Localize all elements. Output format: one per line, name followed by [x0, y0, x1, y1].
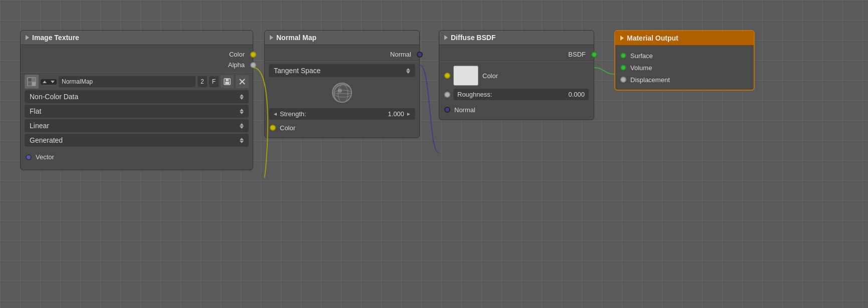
- normal-input-label: Normal: [454, 106, 475, 114]
- svg-rect-4: [32, 82, 36, 86]
- svg-rect-1: [28, 78, 32, 82]
- color-input-label: Color: [280, 124, 295, 132]
- image-texture-title: Image Texture: [32, 34, 79, 42]
- material-output-body: Surface Volume Displacement: [615, 46, 754, 90]
- normal-map-header: Normal Map: [265, 31, 419, 45]
- tangent-space-label: Tangent Space: [274, 67, 320, 75]
- non-color-data-dropdown[interactable]: Non-Color Data: [25, 90, 249, 103]
- image-texture-header: Image Texture: [21, 31, 253, 45]
- roughness-label: Roughness:: [457, 91, 492, 98]
- diffuse-bsdf-title: Diffuse BSDF: [451, 34, 495, 42]
- color-output-socket[interactable]: [250, 52, 256, 58]
- color-output-row: Color: [21, 49, 253, 60]
- svg-rect-2: [32, 78, 36, 82]
- displacement-socket[interactable]: [620, 77, 626, 83]
- diffuse-bsdf-node: Diffuse BSDF BSDF Color Roughness: 0.000…: [439, 30, 594, 120]
- dropdown-arrows-icon: [240, 109, 244, 114]
- normal-output-row: Normal: [265, 49, 419, 60]
- displacement-input-row: Displacement: [615, 74, 754, 86]
- linear-label: Linear: [30, 122, 49, 130]
- image-name[interactable]: NormalMap: [59, 76, 196, 87]
- svg-rect-6: [226, 79, 229, 81]
- color-swatch[interactable]: [453, 66, 478, 86]
- collapse-triangle-icon[interactable]: [270, 35, 273, 40]
- color-socket[interactable]: [444, 73, 450, 79]
- svg-rect-3: [28, 82, 32, 86]
- normal-map-body: Normal Tangent Space: [265, 45, 419, 138]
- volume-socket[interactable]: [620, 65, 626, 71]
- dropdown-arrows-icon: [240, 94, 244, 100]
- roughness-slider[interactable]: Roughness: 0.000: [453, 89, 589, 100]
- dropdown-arrows-icon: [240, 138, 244, 143]
- strength-slider-row[interactable]: ◄ Strength: 1.000 ►: [269, 108, 415, 120]
- surface-socket[interactable]: [620, 53, 626, 59]
- globe-icon: [332, 83, 352, 103]
- collapse-triangle-icon[interactable]: [444, 35, 448, 40]
- diffuse-bsdf-header: Diffuse BSDF: [439, 31, 594, 45]
- strength-label: Strength:: [280, 110, 386, 118]
- vector-input-row: Vector: [21, 152, 253, 166]
- roughness-value: 0.000: [568, 91, 585, 98]
- displacement-label: Displacement: [630, 76, 670, 84]
- generated-label: Generated: [30, 136, 63, 144]
- dropdown-arrows-icon: [240, 123, 244, 129]
- normal-output-label: Normal: [390, 51, 411, 58]
- flat-label: Flat: [30, 107, 41, 115]
- collapse-triangle-icon[interactable]: [620, 36, 624, 41]
- normal-input-row: Normal: [439, 104, 594, 116]
- surface-label: Surface: [630, 52, 653, 60]
- vector-input-socket[interactable]: [26, 154, 32, 160]
- normal-map-title: Normal Map: [276, 34, 316, 42]
- material-output-title: Material Output: [627, 34, 678, 42]
- flat-dropdown[interactable]: Flat: [25, 105, 249, 118]
- diffuse-bsdf-body: BSDF Color Roughness: 0.000 Normal: [439, 45, 594, 120]
- svg-point-14: [338, 89, 342, 93]
- bsdf-output-label: BSDF: [568, 51, 586, 58]
- alpha-output-socket[interactable]: [250, 62, 256, 68]
- save-button[interactable]: [221, 75, 234, 88]
- image-texture-node: Image Texture Color Alpha: [20, 30, 253, 170]
- color-output-label: Color: [229, 51, 245, 58]
- strength-right-arrow[interactable]: ►: [406, 111, 411, 117]
- color-label: Color: [482, 72, 498, 80]
- volume-input-row: Volume: [615, 62, 754, 74]
- roughness-row: Roughness: 0.000: [439, 87, 594, 102]
- generated-dropdown[interactable]: Generated: [25, 134, 249, 147]
- frame-label[interactable]: F: [209, 76, 219, 87]
- dropdown-arrows-icon: [406, 68, 410, 74]
- bsdf-output-row: BSDF: [439, 49, 594, 60]
- svg-rect-7: [225, 82, 229, 84]
- collapse-triangle-icon[interactable]: [26, 35, 29, 40]
- image-texture-toolbar: NormalMap 2 F: [25, 75, 249, 89]
- normal-input-socket[interactable]: [444, 107, 450, 113]
- normal-map-node: Normal Map Normal Tangent Space: [264, 30, 420, 138]
- non-color-data-label: Non-Color Data: [30, 93, 78, 101]
- material-output-node: Material Output Surface Volume Displacem…: [614, 30, 755, 91]
- color-input-row: Color: [265, 122, 419, 134]
- roughness-socket[interactable]: [444, 92, 450, 98]
- close-button[interactable]: [236, 75, 249, 88]
- vector-input-label: Vector: [36, 153, 54, 161]
- bsdf-output-socket[interactable]: [591, 52, 597, 58]
- strength-left-arrow[interactable]: ◄: [273, 111, 278, 117]
- alpha-output-row: Alpha: [21, 60, 253, 70]
- material-output-header: Material Output: [615, 31, 754, 46]
- globe-container: [265, 79, 419, 107]
- color-input-row: Color: [439, 64, 594, 87]
- image-texture-body: Color Alpha Normal: [21, 45, 253, 170]
- alpha-output-label: Alpha: [228, 61, 245, 69]
- surface-input-row: Surface: [615, 50, 754, 62]
- color-input-socket[interactable]: [270, 125, 276, 131]
- tangent-space-dropdown[interactable]: Tangent Space: [269, 64, 415, 77]
- linear-dropdown[interactable]: Linear: [25, 119, 249, 132]
- volume-label: Volume: [630, 64, 652, 72]
- strength-value: 1.000: [388, 110, 405, 118]
- frame-number[interactable]: 2: [198, 76, 207, 87]
- image-icon: [25, 75, 39, 89]
- normal-output-socket[interactable]: [417, 52, 423, 58]
